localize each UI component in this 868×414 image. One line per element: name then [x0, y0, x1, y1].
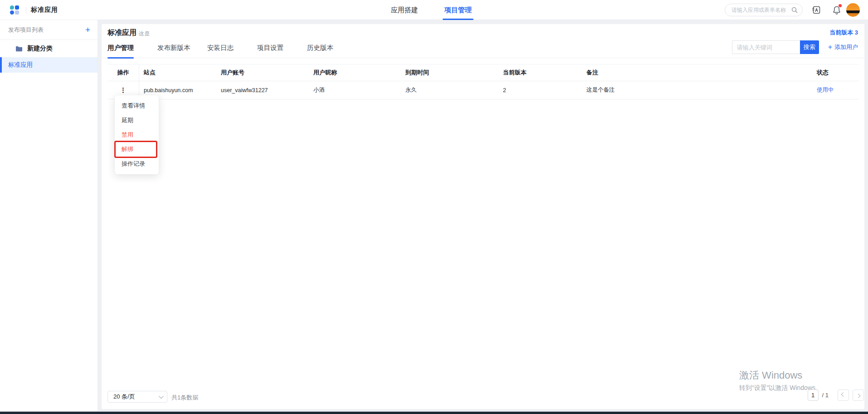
contacts-icon[interactable] [811, 5, 822, 15]
global-search[interactable] [725, 4, 803, 16]
col-header-site: 站点 [139, 69, 216, 77]
window-bottom-edge [0, 411, 868, 414]
pagination: / 1 [808, 389, 864, 401]
cell-account: user_vaiwfw31227 [216, 87, 309, 94]
row-actions-menu-button[interactable]: ⋮ [120, 87, 127, 94]
menu-item-disable[interactable]: 禁用 [115, 128, 159, 142]
page-size-value: 20 条/页 [113, 393, 135, 401]
page-title: 标准应用 [107, 28, 137, 38]
prev-page-button[interactable] [838, 389, 849, 401]
nav-app-build[interactable]: 应用搭建 [389, 0, 420, 20]
chevron-left-icon [841, 392, 846, 397]
divider [26, 7, 26, 14]
current-version-label: 当前版本 3 [829, 29, 858, 37]
search-icon [791, 7, 798, 13]
tabs-bar: 用户管理 发布新版本 安装日志 项目设置 历史版本 搜索 + 添加用户 [102, 40, 864, 58]
col-header-account: 用户账号 [216, 69, 309, 77]
sidebar-category-label: 新建分类 [27, 44, 53, 53]
page-total-label: / 1 [822, 392, 829, 399]
total-count-label: 共1条数据 [171, 394, 198, 402]
user-avatar[interactable] [846, 3, 860, 17]
col-header-nickname: 用户昵称 [309, 69, 401, 77]
sidebar-item-project[interactable]: 标准应用 [0, 57, 98, 73]
search-button[interactable]: 搜索 [800, 40, 819, 54]
card-header: 标准应用 这是 当前版本 3 [102, 24, 864, 40]
app-logo-icon[interactable] [10, 5, 19, 15]
sidebar-header-label: 发布项目列表 [8, 26, 44, 34]
menu-item-view-detail[interactable]: 查看详情 [115, 99, 159, 113]
folder-icon [15, 46, 23, 52]
col-header-remark: 备注 [582, 69, 812, 77]
page-number-input[interactable] [808, 389, 819, 401]
tab-user-management[interactable]: 用户管理 [107, 40, 157, 58]
keyword-search-input[interactable] [732, 40, 800, 54]
tabs: 用户管理 发布新版本 安装日志 项目设置 历史版本 [107, 40, 357, 58]
menu-item-operation-log[interactable]: 操作记录 [115, 157, 159, 171]
app-title: 标准应用 [31, 6, 58, 14]
content-card: 标准应用 这是 当前版本 3 用户管理 发布新版本 安装日志 项目设置 历史版本… [102, 24, 864, 409]
status-link[interactable]: 使用中 [817, 87, 834, 93]
nav-project-management[interactable]: 项目管理 [443, 0, 473, 20]
tab-history-versions[interactable]: 历史版本 [307, 40, 357, 58]
notification-badge [839, 4, 842, 7]
cell-remark: 这是个备注 [582, 86, 812, 94]
sidebar: 发布项目列表 + 新建分类 标准应用 [0, 20, 98, 411]
cell-expire: 永久 [401, 86, 498, 94]
page-size-select[interactable]: 20 条/页 [107, 391, 167, 403]
chevron-down-icon [159, 394, 164, 399]
plus-icon: + [828, 44, 832, 51]
table-header-row: 操作 站点 用户账号 用户昵称 到期时间 当前版本 备注 状态 [107, 64, 859, 81]
next-page-button[interactable] [853, 389, 864, 401]
add-user-button[interactable]: + 添加用户 [828, 43, 858, 51]
col-header-expire: 到期时间 [401, 69, 498, 77]
table-row: ⋮ pub.baishuyun.com user_vaiwfw31227 小酒 … [107, 81, 859, 99]
menu-item-unbind[interactable]: 解绑 [115, 142, 159, 157]
global-search-input[interactable] [731, 7, 791, 13]
sidebar-header: 发布项目列表 + [0, 20, 98, 40]
add-project-button[interactable]: + [85, 25, 90, 34]
sidebar-category[interactable]: 新建分类 [0, 40, 98, 57]
cell-site: pub.baishuyun.com [139, 87, 216, 94]
page-subtitle: 这是 [139, 30, 150, 38]
col-header-version: 当前版本 [498, 69, 582, 77]
cell-version: 2 [498, 87, 582, 94]
chevron-right-icon [856, 394, 861, 398]
top-nav: 应用搭建 项目管理 [389, 0, 473, 20]
col-header-op: 操作 [107, 64, 139, 81]
cell-nickname: 小酒 [309, 86, 401, 94]
menu-item-extend[interactable]: 延期 [115, 113, 159, 128]
notification-bell-icon[interactable] [831, 5, 842, 15]
user-table: 操作 站点 用户账号 用户昵称 到期时间 当前版本 备注 状态 ⋮ pub.ba… [107, 64, 859, 99]
row-actions-dropdown: 查看详情 延期 禁用 解绑 操作记录 [115, 95, 159, 174]
sidebar-item-label: 标准应用 [8, 61, 33, 69]
tab-install-log[interactable]: 安装日志 [207, 40, 257, 58]
table-toolbar: 搜索 + 添加用户 [732, 40, 858, 54]
col-header-status: 状态 [812, 69, 859, 77]
tab-publish-version[interactable]: 发布新版本 [157, 40, 207, 58]
tab-project-settings[interactable]: 项目设置 [257, 40, 307, 58]
topbar: 标准应用 应用搭建 项目管理 [0, 0, 868, 20]
